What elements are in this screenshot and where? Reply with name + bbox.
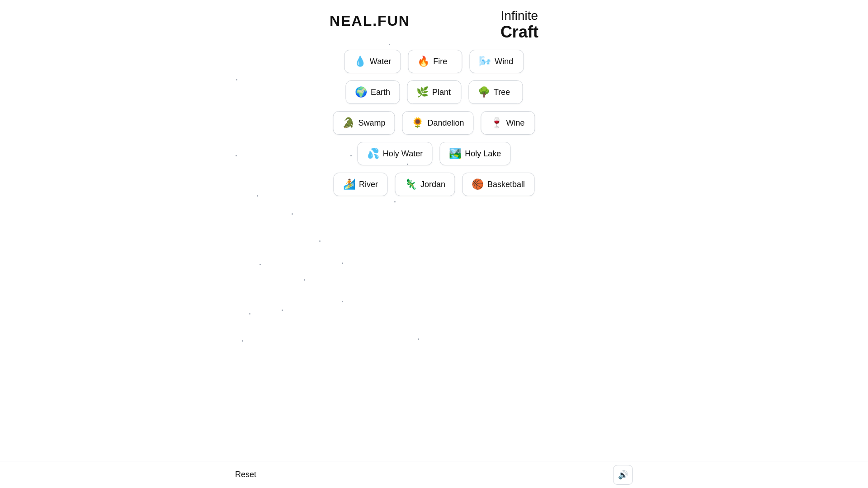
scatter-dot-12 [249, 313, 250, 314]
sound-button[interactable]: 🔊 [613, 465, 633, 485]
swamp-emoji: 🐊 [342, 117, 354, 129]
scatter-dot-9 [342, 263, 343, 264]
scatter-dot-10 [304, 279, 305, 281]
wine-emoji: 🍷 [491, 117, 503, 129]
basketball-label: Basketball [487, 180, 525, 189]
dandelion-label: Dandelion [427, 118, 464, 128]
item-btn-plant[interactable]: 🌿Plant [407, 80, 461, 104]
scatter-dot-6 [292, 213, 293, 215]
jordan-label: Jordan [420, 180, 445, 189]
tree-emoji: 🌳 [478, 86, 490, 98]
item-btn-river[interactable]: 🏄River [334, 173, 388, 196]
item-btn-jordan[interactable]: 🦎Jordan [395, 173, 455, 196]
river-emoji: 🏄 [343, 178, 355, 190]
neal-fun-logo: NEAL.FUN [330, 13, 410, 29]
river-label: River [359, 180, 378, 189]
items-grid: 💧Water🔥Fire🌬️Wind🌍Earth🌿Plant🌳Tree🐊Swamp… [333, 50, 535, 196]
craft-label: Craft [500, 23, 538, 41]
fire-emoji: 🔥 [417, 56, 429, 67]
infinite-label: Infinite [500, 9, 538, 23]
scatter-dot-1 [389, 44, 390, 45]
item-btn-earth[interactable]: 🌍Earth [345, 80, 400, 104]
earth-emoji: 🌍 [355, 86, 367, 98]
items-row-3: 💦Holy Water🏞️Holy Lake [358, 142, 510, 165]
wind-emoji: 🌬️ [479, 56, 491, 67]
holy-lake-label: Holy Lake [465, 149, 501, 159]
items-row-2: 🐊Swamp🌻Dandelion🍷Wine [333, 111, 535, 135]
items-row-4: 🏄River🦎Jordan🏀Basketball [334, 173, 534, 196]
scatter-dot-15 [418, 338, 419, 340]
reset-button[interactable]: Reset [235, 470, 256, 479]
tree-label: Tree [494, 88, 510, 97]
items-row-0: 💧Water🔥Fire🌬️Wind [344, 50, 524, 73]
wine-label: Wine [506, 118, 525, 128]
basketball-emoji: 🏀 [472, 178, 484, 190]
scatter-dot-2 [236, 155, 237, 156]
holy-water-emoji: 💦 [367, 148, 379, 160]
scatter-dot-7 [319, 240, 321, 242]
earth-label: Earth [371, 88, 390, 97]
item-btn-tree[interactable]: 🌳Tree [468, 80, 523, 104]
scatter-dot-4 [257, 195, 258, 197]
plant-emoji: 🌿 [416, 86, 429, 98]
swamp-label: Swamp [358, 118, 385, 128]
sound-icon: 🔊 [618, 470, 628, 480]
scatter-dot-14 [242, 340, 243, 342]
fire-label: Fire [433, 57, 447, 66]
item-btn-wind[interactable]: 🌬️Wind [469, 50, 524, 73]
scatter-dot-0 [236, 79, 237, 80]
holy-lake-emoji: 🏞️ [449, 148, 461, 160]
item-btn-holy-water[interactable]: 💦Holy Water [358, 142, 432, 165]
item-btn-fire[interactable]: 🔥Fire [408, 50, 462, 73]
plant-label: Plant [432, 88, 451, 97]
item-btn-dandelion[interactable]: 🌻Dandelion [402, 111, 473, 135]
holy-water-label: Holy Water [383, 149, 423, 159]
item-btn-basketball[interactable]: 🏀Basketball [462, 173, 534, 196]
bottom-bar: Reset 🔊 [0, 461, 868, 488]
item-btn-water[interactable]: 💧Water [344, 50, 401, 73]
item-btn-swamp[interactable]: 🐊Swamp [333, 111, 395, 135]
scatter-dot-13 [282, 310, 283, 311]
items-row-1: 🌍Earth🌿Plant🌳Tree [345, 80, 523, 104]
item-btn-wine[interactable]: 🍷Wine [481, 111, 535, 135]
scatter-dot-5 [394, 201, 396, 202]
dandelion-emoji: 🌻 [411, 117, 424, 129]
infinite-craft-logo: Infinite Craft [500, 9, 538, 41]
item-btn-holy-lake[interactable]: 🏞️Holy Lake [439, 142, 510, 165]
scatter-dot-8 [259, 264, 261, 265]
header: NEAL.FUN Infinite Craft [0, 0, 868, 41]
scatter-dot-11 [342, 301, 343, 302]
water-label: Water [370, 57, 391, 66]
water-emoji: 💧 [354, 56, 366, 67]
wind-label: Wind [495, 57, 513, 66]
jordan-emoji: 🦎 [405, 178, 417, 190]
